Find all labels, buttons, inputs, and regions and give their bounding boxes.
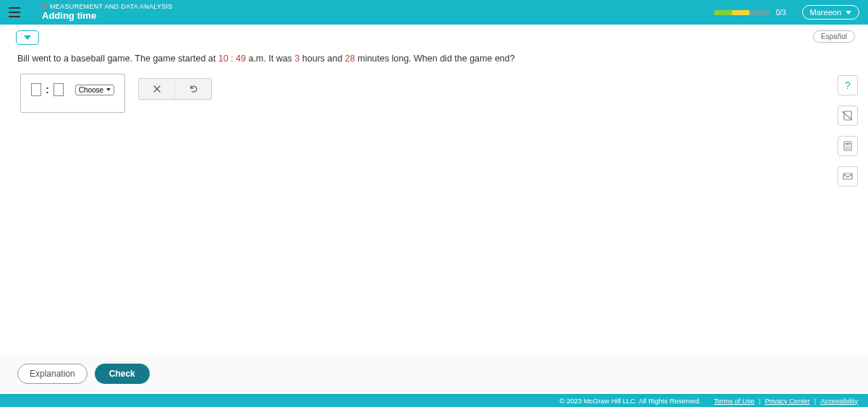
user-menu[interactable]: Mareeon [802, 5, 859, 20]
message-button[interactable] [838, 166, 858, 187]
chevron-down-icon [24, 35, 31, 40]
footer-sep: | [759, 397, 760, 405]
time-colon: : [46, 84, 49, 95]
svg-point-7 [846, 148, 847, 150]
hour-input[interactable] [31, 83, 41, 96]
header-titles: MEASUREMENT AND DATA ANALYSIS Adding tim… [42, 4, 173, 21]
progress-text: 0/3 [776, 9, 786, 17]
input-actions [138, 78, 212, 100]
content-panel: Español Bill went to a baseball game. Th… [0, 25, 868, 394]
footer-sep: | [814, 397, 816, 405]
svg-rect-10 [843, 173, 852, 179]
help-button[interactable]: ? [838, 75, 858, 95]
copyright-text: © 2023 McGraw Hill LLC. All Rights Reser… [560, 397, 702, 405]
q-minutes: 28 [345, 53, 355, 64]
answer-row: : Choose [0, 74, 868, 113]
q-time: 10 : 49 [218, 53, 246, 64]
svg-point-8 [847, 148, 848, 150]
ampm-select[interactable]: Choose [75, 85, 114, 95]
tool-rail: ? [838, 75, 858, 187]
terms-link[interactable]: Terms of Use [714, 397, 754, 405]
calculator-slash-icon [842, 110, 854, 121]
menu-icon[interactable] [9, 3, 27, 22]
q-mid2: hours and [299, 53, 345, 64]
q-pre: Bill went to a baseball game. The game s… [17, 53, 218, 64]
chevron-down-icon [846, 11, 851, 14]
collapse-toggle[interactable] [16, 30, 39, 45]
chevron-down-icon [106, 88, 111, 91]
answer-input-card: : Choose [20, 74, 125, 113]
close-icon [153, 85, 161, 93]
q-mid1: a.m. It was [246, 53, 294, 64]
progress-bar [714, 10, 770, 15]
minute-input[interactable] [54, 83, 64, 96]
calculator-button[interactable] [838, 136, 858, 156]
svg-point-4 [846, 146, 847, 147]
calculator-off-button[interactable] [838, 106, 858, 126]
check-button[interactable]: Check [95, 364, 150, 384]
footer-bar: © 2023 McGraw Hill LLC. All Rights Reser… [0, 394, 868, 407]
question-text: Bill went to a baseball game. The game s… [0, 45, 868, 74]
undo-icon [188, 84, 198, 94]
envelope-icon [842, 171, 854, 182]
page-title: Adding time [42, 11, 173, 21]
language-toggle[interactable]: Español [813, 30, 855, 43]
explanation-button[interactable]: Explanation [17, 364, 88, 384]
svg-point-6 [848, 146, 850, 147]
ampm-label: Choose [79, 86, 103, 94]
privacy-link[interactable]: Privacy Center [765, 397, 809, 405]
progress-block: 0/3 [714, 9, 786, 17]
category-dot-icon [42, 4, 47, 9]
app-root: MEASUREMENT AND DATA ANALYSIS Adding tim… [0, 0, 868, 407]
app-header: MEASUREMENT AND DATA ANALYSIS Adding tim… [0, 0, 868, 25]
svg-point-9 [848, 148, 850, 150]
accessibility-link[interactable]: Accessibility [820, 397, 858, 405]
svg-line-1 [842, 111, 852, 120]
svg-point-5 [847, 146, 848, 147]
undo-button[interactable] [175, 79, 211, 99]
svg-rect-3 [846, 143, 850, 145]
q-post: minutes long. When did the game end? [355, 53, 515, 64]
question-mark-icon: ? [845, 80, 851, 91]
user-name: Mareeon [810, 8, 841, 17]
calculator-icon [842, 140, 854, 152]
clear-button[interactable] [139, 79, 175, 99]
bottom-controls: Explanation Check [0, 354, 868, 394]
